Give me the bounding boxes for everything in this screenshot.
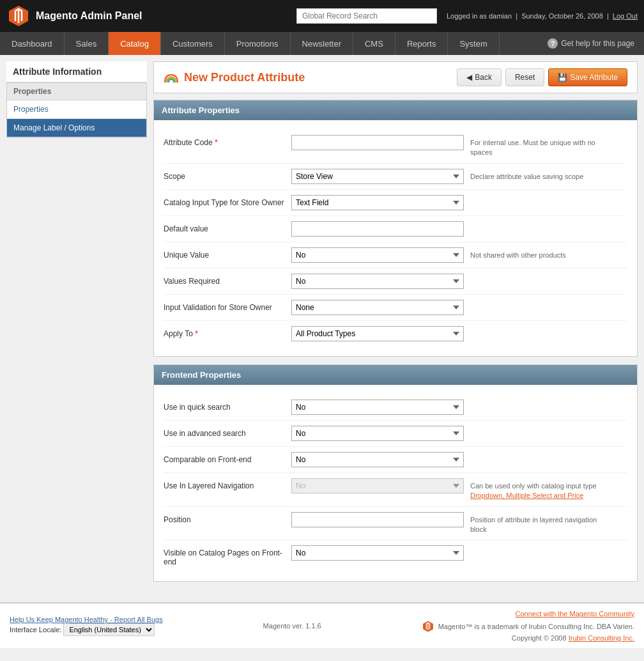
footer-center: Magento ver. 1.1.6 bbox=[263, 622, 321, 630]
catalog-input-type-label: Catalog Input Type for Store Owner bbox=[164, 195, 291, 207]
save-button[interactable]: 💾 Save Attribute bbox=[548, 68, 627, 86]
irubin-link[interactable]: Irubin Consulting Inc. bbox=[569, 634, 634, 642]
frontend-properties-body: Use in quick search No Yes Use in advanc… bbox=[154, 385, 637, 582]
position-input[interactable] bbox=[291, 512, 464, 527]
scope-control: Store View Website Global Declare attrib… bbox=[291, 169, 627, 184]
position-row: Position Position of attribute in layere… bbox=[164, 507, 627, 541]
magento-footer-icon bbox=[422, 620, 434, 633]
page-header: New Product Attribute ◀ Back Reset 💾 Sav… bbox=[153, 61, 638, 93]
catalog-input-type-control: Text Field Text Area Date Yes/No Multipl… bbox=[291, 195, 627, 210]
save-icon: 💾 bbox=[558, 73, 567, 82]
nav-items: Dashboard Sales Catalog Customers Promot… bbox=[0, 32, 538, 55]
input-validation-row: Input Validation for Store Owner None De… bbox=[164, 295, 627, 321]
help-icon: ? bbox=[548, 38, 558, 49]
default-value-input[interactable] bbox=[291, 221, 464, 237]
nav-sales[interactable]: Sales bbox=[65, 32, 109, 55]
locale-select[interactable]: English (United States) bbox=[63, 623, 155, 636]
trademark-text: Magento™ is a trademark of Irubin Consul… bbox=[438, 623, 634, 630]
position-hint: Position of attribute in layered navigat… bbox=[470, 512, 611, 535]
input-validation-label: Input Validation for Store Owner bbox=[164, 300, 291, 312]
quick-search-row: Use in quick search No Yes bbox=[164, 394, 627, 421]
sidebar-item-properties[interactable]: Properties bbox=[7, 100, 146, 119]
scope-label: Scope bbox=[164, 169, 291, 181]
footer-left: Help Us Keep Magento Healthy - Report Al… bbox=[10, 616, 163, 636]
help-link[interactable]: ? Get help for this page bbox=[538, 32, 644, 55]
bug-report-link[interactable]: Help Us Keep Magento Healthy - Report Al… bbox=[10, 616, 163, 623]
advanced-search-label: Use in advanced search bbox=[164, 426, 291, 438]
nav-customers[interactable]: Customers bbox=[161, 32, 225, 55]
nav-promotions[interactable]: Promotions bbox=[225, 32, 291, 55]
main-nav: Dashboard Sales Catalog Customers Promot… bbox=[0, 32, 644, 55]
community-link[interactable]: Connect with the Magento Community bbox=[516, 610, 634, 618]
catalog-input-type-select[interactable]: Text Field Text Area Date Yes/No Multipl… bbox=[291, 195, 464, 210]
frontend-properties-header: Frontend Properties bbox=[154, 365, 637, 385]
position-label: Position bbox=[164, 512, 291, 524]
attribute-code-hint: For internal use. Must be unique with no… bbox=[470, 135, 611, 158]
nav-reports[interactable]: Reports bbox=[395, 32, 448, 55]
frontend-properties-section: Frontend Properties Use in quick search … bbox=[153, 364, 638, 582]
default-value-label: Default value bbox=[164, 221, 291, 233]
input-validation-control: None Decimal Number Integer Number Email… bbox=[291, 300, 627, 315]
apply-to-control: All Product Types Selected Product Types bbox=[291, 326, 627, 341]
unique-value-control: No Yes Not shared with other products bbox=[291, 247, 627, 263]
nav-catalog[interactable]: Catalog bbox=[109, 32, 161, 55]
attribute-code-input[interactable] bbox=[291, 135, 464, 150]
advanced-search-row: Use in advanced search No Yes bbox=[164, 421, 627, 447]
nav-system[interactable]: System bbox=[448, 32, 499, 55]
advanced-search-select[interactable]: No Yes bbox=[291, 426, 464, 441]
back-icon: ◀ bbox=[466, 73, 472, 82]
visible-catalog-row: Visible on Catalog Pages on Front-end No… bbox=[164, 540, 627, 572]
reset-button[interactable]: Reset bbox=[505, 68, 544, 86]
comparable-label: Comparable on Front-end bbox=[164, 452, 291, 464]
comparable-row: Comparable on Front-end No Yes bbox=[164, 447, 627, 473]
unique-value-hint: Not shared with other products bbox=[470, 247, 566, 260]
default-value-row: Default value bbox=[164, 216, 627, 242]
back-label: Back bbox=[475, 73, 492, 82]
layered-nav-control: No Filterable (with results) Filterable … bbox=[291, 478, 627, 501]
page-title: New Product Attribute bbox=[184, 71, 305, 84]
comparable-select[interactable]: No Yes bbox=[291, 452, 464, 467]
attribute-code-row: Attribute Code * For internal use. Must … bbox=[164, 130, 627, 164]
apply-to-row: Apply To * All Product Types Selected Pr… bbox=[164, 321, 627, 346]
logout-link[interactable]: Log Out bbox=[613, 12, 638, 20]
unique-value-select[interactable]: No Yes bbox=[291, 247, 464, 263]
page-title-area: New Product Attribute bbox=[164, 71, 305, 84]
rainbow-icon bbox=[164, 71, 179, 84]
visible-catalog-label: Visible on Catalog Pages on Front-end bbox=[164, 545, 291, 566]
header-buttons: ◀ Back Reset 💾 Save Attribute bbox=[457, 68, 627, 86]
nav-cms[interactable]: CMS bbox=[353, 32, 395, 55]
values-required-control: No Yes bbox=[291, 274, 627, 289]
layered-nav-select[interactable]: No Filterable (with results) Filterable … bbox=[291, 478, 464, 494]
quick-search-select[interactable]: No Yes bbox=[291, 400, 464, 415]
layered-nav-hint-link[interactable]: Dropdown, Multiple Select and Price bbox=[470, 492, 583, 499]
sidebar-section-header: Properties bbox=[7, 83, 146, 100]
position-control: Position of attribute in layered navigat… bbox=[291, 512, 627, 535]
layered-nav-row: Use In Layered Navigation No Filterable … bbox=[164, 473, 627, 507]
header: Magento Admin Panel Logged in as damian … bbox=[0, 0, 644, 32]
unique-value-row: Unique Value No Yes Not shared with othe… bbox=[164, 242, 627, 268]
apply-to-select[interactable]: All Product Types Selected Product Types bbox=[291, 326, 464, 341]
back-button[interactable]: ◀ Back bbox=[457, 68, 502, 86]
unique-value-label: Unique Value bbox=[164, 247, 291, 260]
nav-newsletter[interactable]: Newsletter bbox=[291, 32, 353, 55]
sidebar-item-manage-label[interactable]: Manage Label / Options bbox=[7, 119, 146, 137]
values-required-select[interactable]: No Yes bbox=[291, 274, 464, 289]
nav-dashboard[interactable]: Dashboard bbox=[0, 32, 65, 55]
logo-area: Magento Admin Panel bbox=[6, 4, 296, 28]
scope-hint: Declare attribute value saving scope bbox=[470, 169, 583, 182]
input-validation-select[interactable]: None Decimal Number Integer Number Email… bbox=[291, 300, 464, 315]
comparable-control: No Yes bbox=[291, 452, 627, 467]
layered-nav-label: Use In Layered Navigation bbox=[164, 478, 291, 490]
copyright-text: Copyright © 2008 Irubin Consulting Inc. bbox=[512, 634, 634, 642]
sidebar: Attribute Information Properties Propert… bbox=[6, 61, 147, 589]
footer: Help Us Keep Magento Healthy - Report Al… bbox=[0, 602, 644, 648]
attribute-code-control: For internal use. Must be unique with no… bbox=[291, 135, 627, 158]
attribute-code-label: Attribute Code * bbox=[164, 135, 291, 147]
scope-select[interactable]: Store View Website Global bbox=[291, 169, 464, 184]
visible-catalog-select[interactable]: No Yes bbox=[291, 545, 464, 561]
global-search-input[interactable] bbox=[296, 8, 437, 24]
quick-search-label: Use in quick search bbox=[164, 400, 291, 412]
sidebar-section: Properties Properties Manage Label / Opt… bbox=[6, 82, 147, 138]
sidebar-title: Attribute Information bbox=[6, 61, 147, 82]
visible-catalog-control: No Yes bbox=[291, 545, 627, 561]
